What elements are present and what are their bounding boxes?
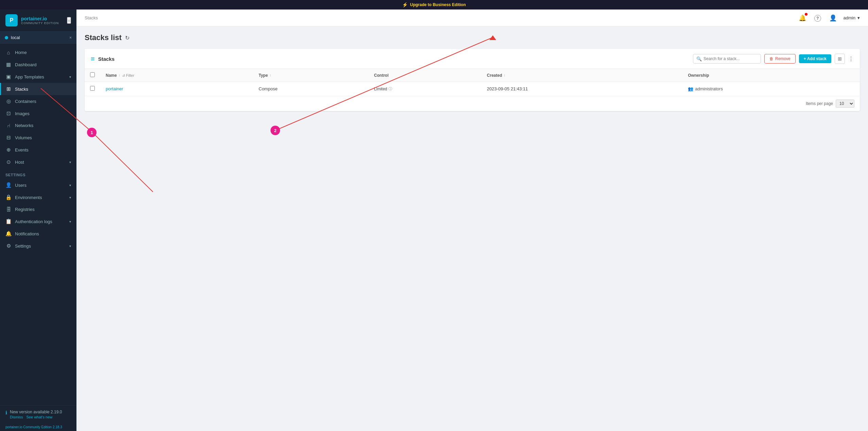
- table-header-row: Name ↕ ⊿ Filter Type ↕: [85, 69, 860, 82]
- host-icon: ⊙: [5, 159, 12, 165]
- user-dropdown-icon: ▾: [857, 15, 860, 20]
- sidebar-item-dashboard[interactable]: ▦ Dashboard: [0, 58, 76, 71]
- new-version-text: New version available 2.19.0: [10, 410, 62, 414]
- sidebar-item-registries-label: Registries: [15, 207, 71, 212]
- main-content: Stacks 🔔 ? 👤 admin ▾: [76, 10, 868, 431]
- help-button[interactable]: ?: [813, 13, 822, 23]
- name-header-label: Name: [106, 73, 117, 78]
- bell-icon: 🔔: [799, 15, 806, 21]
- images-icon: ⊡: [5, 110, 12, 116]
- sidebar-item-containers[interactable]: ◎ Containers: [0, 95, 76, 107]
- stack-name-link[interactable]: portainer: [106, 86, 123, 91]
- credit-brand: portainer.io: [5, 425, 22, 429]
- sidebar-item-registries[interactable]: 🗄 Registries: [0, 203, 76, 215]
- logo-icon-text: P: [10, 17, 14, 23]
- dashboard-icon: ▦: [5, 61, 12, 68]
- row-checkbox-cell: [85, 82, 100, 96]
- control-value: Limited: [374, 87, 387, 91]
- env-status-dot: [5, 36, 8, 39]
- sidebar-nav: ⌂ Home ▦ Dashboard ▣ App Templates ▾ ⊞ S…: [0, 44, 76, 405]
- sidebar-item-host[interactable]: ⊙ Host ▾: [0, 156, 76, 168]
- sidebar-item-home-label: Home: [15, 50, 71, 55]
- row-checkbox[interactable]: [90, 86, 95, 91]
- sidebar-item-home[interactable]: ⌂ Home: [0, 47, 76, 58]
- networks-icon: ⑁: [5, 123, 12, 128]
- breadcrumb-parent: Stacks: [85, 15, 98, 20]
- credit-suffix: Community Edition 2.18.3: [22, 425, 62, 429]
- created-header-label: Created: [487, 73, 502, 78]
- ownership-header-label: Ownership: [688, 73, 709, 78]
- stack-name-cell: portainer: [100, 82, 253, 96]
- page-content: Stacks list ↻ ≡ Stacks 🔍 🗑 Remov: [76, 26, 868, 431]
- upgrade-icon: ⚡: [402, 2, 408, 7]
- header-actions: 🔔 ? 👤 admin ▾: [797, 13, 860, 23]
- whats-new-link[interactable]: See what's new: [27, 415, 53, 419]
- stacks-card-icon: ≡: [91, 55, 95, 63]
- type-sort-icon[interactable]: ↕: [270, 73, 271, 77]
- items-per-page-select[interactable]: 10 25 50 100: [836, 100, 854, 108]
- created-sort-icon[interactable]: ↕: [504, 73, 505, 77]
- portainer-credit: portainer.io Community Edition 2.18.3: [0, 423, 76, 431]
- sidebar-item-environments[interactable]: 🔒 Environments ▾: [0, 191, 76, 203]
- sidebar-item-networks[interactable]: ⑁ Networks: [0, 120, 76, 131]
- sidebar-item-stacks[interactable]: ⊞ Stacks: [0, 83, 76, 95]
- stacks-card-header: ≡ Stacks 🔍 🗑 Remove + Add stack: [85, 49, 860, 69]
- app-templates-icon: ▣: [5, 74, 12, 80]
- environments-icon: 🔒: [5, 194, 12, 200]
- settings-arrow-icon: ▾: [69, 244, 71, 248]
- sidebar-item-images[interactable]: ⊡ Images: [0, 107, 76, 120]
- sidebar-item-networks-label: Networks: [15, 123, 71, 128]
- user-icon: 👤: [829, 15, 837, 21]
- search-input[interactable]: [693, 54, 761, 64]
- top-header: Stacks 🔔 ? 👤 admin ▾: [76, 10, 868, 26]
- more-options-button[interactable]: ⋮: [848, 56, 854, 62]
- portainer-logo-icon: P: [5, 14, 18, 26]
- name-filter-button[interactable]: ⊿ Filter: [122, 73, 134, 77]
- user-menu[interactable]: admin ▾: [844, 15, 860, 20]
- notifications-button[interactable]: 🔔: [797, 13, 808, 23]
- notification-badge: [805, 13, 808, 16]
- sidebar-item-events[interactable]: ⊕ Events: [0, 144, 76, 156]
- breadcrumb: Stacks: [85, 15, 797, 20]
- add-stack-button[interactable]: + Add stack: [799, 54, 831, 63]
- new-version-notice: ℹ New version available 2.19.0 Dismiss S…: [5, 410, 71, 419]
- stack-ownership-cell: 👥 administrators: [682, 82, 860, 96]
- control-info-icon[interactable]: ⓘ: [388, 86, 392, 91]
- sidebar-item-notifications-label: Notifications: [15, 231, 71, 236]
- refresh-icon[interactable]: ↻: [125, 35, 129, 41]
- remove-button[interactable]: 🗑 Remove: [764, 54, 796, 64]
- sidebar-item-users-label: Users: [15, 183, 66, 188]
- sidebar-item-settings[interactable]: ⚙ Settings ▾: [0, 240, 76, 252]
- auth-logs-icon: 📋: [5, 218, 12, 225]
- registries-icon: 🗄: [5, 206, 12, 212]
- stack-created-cell: 2023-09-05 21:43:11: [482, 82, 683, 96]
- sidebar-item-volumes[interactable]: ⊟ Volumes: [0, 131, 76, 144]
- auth-logs-arrow-icon: ▾: [69, 220, 71, 223]
- page-header: Stacks list ↻: [85, 33, 860, 42]
- sidebar-item-auth-logs[interactable]: 📋 Authentication logs ▾: [0, 215, 76, 228]
- sidebar-item-app-templates[interactable]: ▣ App Templates ▾: [0, 71, 76, 83]
- column-toggle-button[interactable]: ⊞: [835, 54, 845, 64]
- sidebar-collapse-button[interactable]: «: [67, 17, 71, 24]
- sidebar-item-stacks-label: Stacks: [15, 87, 71, 92]
- sidebar-item-events-label: Events: [15, 147, 71, 152]
- username-label: admin: [844, 15, 855, 20]
- upgrade-bar[interactable]: ⚡ Upgrade to Business Edition: [0, 0, 868, 10]
- environment-selector[interactable]: local ×: [0, 32, 76, 44]
- sidebar-logo: P portainer.io COMMUNITY EDITION «: [0, 10, 76, 32]
- select-all-checkbox[interactable]: [90, 72, 95, 77]
- help-icon: ?: [814, 15, 821, 22]
- sidebar-item-notifications[interactable]: 🔔 Notifications: [0, 228, 76, 240]
- add-stack-button-label: + Add stack: [804, 56, 827, 61]
- sidebar-item-containers-label: Containers: [15, 99, 71, 104]
- dismiss-link[interactable]: Dismiss: [10, 415, 23, 419]
- env-close-button[interactable]: ×: [69, 35, 72, 40]
- columns-icon: ⊞: [838, 56, 842, 61]
- ownership-value: administrators: [695, 86, 723, 91]
- sidebar-item-users[interactable]: 👤 Users ▾: [0, 179, 76, 191]
- user-profile-button[interactable]: 👤: [828, 13, 838, 23]
- brand-name: portainer.io: [21, 16, 59, 21]
- sidebar-item-app-templates-label: App Templates: [15, 74, 66, 79]
- name-sort-icon[interactable]: ↕: [119, 73, 120, 77]
- edition-label: COMMUNITY EDITION: [21, 21, 59, 25]
